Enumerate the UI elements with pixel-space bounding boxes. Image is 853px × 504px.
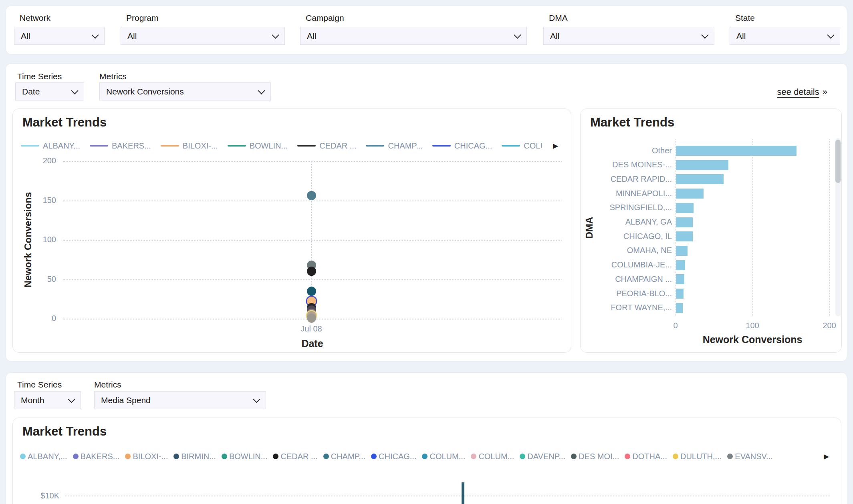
dashboard-page: NetworkAllProgramAllCampaignAllDMAAllSta…	[0, 0, 853, 504]
legend-item-label: BAKERS...	[81, 452, 120, 461]
legend-item-label: BIRMIN...	[181, 452, 216, 461]
market-trends-dma-card: Market Trends 0100200OtherDES MOINES-...…	[580, 108, 842, 353]
legend-item-label: CHAMP...	[331, 452, 365, 461]
filter-value: All	[307, 31, 316, 41]
see-details-link[interactable]: see details»	[777, 87, 827, 97]
legend-dot-swatch	[273, 454, 278, 459]
filter-dropdown-campaign[interactable]: All	[300, 27, 527, 45]
legend-item[interactable]: DOTHA...	[625, 452, 667, 461]
legend-item[interactable]: CEDAR ...	[273, 452, 317, 461]
double-chevron-right-icon: »	[823, 87, 827, 97]
metrics-dropdown[interactable]: Media Spend	[94, 391, 266, 409]
bar[interactable]	[676, 217, 693, 227]
bar[interactable]	[676, 146, 797, 156]
legend-item-label: CEDAR ...	[319, 141, 356, 151]
legend-item[interactable]: DULUTH,...	[673, 452, 722, 461]
filter-value: All	[550, 31, 559, 41]
bar[interactable]	[676, 274, 684, 284]
legend-dot-swatch	[471, 454, 476, 459]
time-series-label: Time Series	[17, 380, 62, 390]
category-label: DES MOINES-...	[581, 160, 672, 169]
metrics-label: Metrics	[99, 72, 127, 81]
chevron-down-icon	[827, 31, 834, 38]
bar[interactable]	[676, 231, 693, 241]
bar[interactable]	[462, 482, 464, 504]
scatter-point[interactable]	[307, 287, 316, 296]
category-label: PEORIA-BLO...	[581, 289, 672, 298]
time-series-dropdown[interactable]: Month	[14, 391, 81, 409]
filter-dropdown-network[interactable]: All	[14, 27, 105, 45]
legend-item[interactable]: COLUM...	[471, 452, 514, 461]
legend-item[interactable]: BOWLIN...	[222, 452, 268, 461]
legend-line-swatch	[161, 145, 179, 147]
bar[interactable]	[676, 246, 688, 256]
legend-item[interactable]: BIRMIN...	[173, 452, 216, 461]
bar[interactable]	[676, 203, 694, 213]
filter-dropdown-program[interactable]: All	[121, 27, 285, 45]
x-axis-title: Nework Conversions	[703, 334, 803, 345]
legend-item-label: BOWLIN...	[229, 452, 268, 461]
legend-item[interactable]: COLUM...	[422, 452, 465, 461]
bar[interactable]	[676, 174, 724, 184]
time-series-value: Date	[22, 87, 40, 96]
chevron-down-icon	[91, 31, 99, 38]
scatter-point[interactable]	[307, 313, 316, 323]
legend-item-label: BAKERS...	[112, 141, 151, 151]
bar[interactable]	[676, 160, 728, 170]
gridline	[63, 279, 562, 280]
bar[interactable]	[676, 303, 683, 313]
legend-item[interactable]: COLUM...	[502, 141, 542, 151]
category-label: Other	[581, 146, 672, 155]
legend-item[interactable]: CHICAG...	[432, 141, 492, 151]
bar[interactable]	[676, 289, 684, 299]
legend-line-swatch	[366, 145, 384, 147]
legend-dot-swatch	[727, 454, 733, 459]
spend-legend: ALBANY,...BAKERS...BILOXI-...BIRMIN...BO…	[20, 449, 811, 464]
bar[interactable]	[676, 260, 685, 270]
legend-item[interactable]: CHAMP...	[366, 141, 422, 151]
legend-item[interactable]: ALBANY...	[21, 141, 80, 151]
metrics-value: Nework Conversions	[106, 87, 184, 96]
chart-title: Market Trends	[590, 115, 674, 130]
legend-item[interactable]: BILOXI-...	[161, 141, 218, 151]
legend-dot-swatch	[222, 454, 227, 459]
legend-item[interactable]: CHAMP...	[323, 452, 365, 461]
legend-item-label: BILOXI-...	[183, 141, 218, 151]
legend-item-label: CEDAR ...	[280, 452, 317, 461]
legend-item[interactable]: ALBANY,...	[20, 452, 67, 461]
market-trends-spend-card: Market Trends ALBANY,...BAKERS...BILOXI-…	[12, 418, 841, 504]
legend-overflow-arrow-icon[interactable]: ▶	[553, 142, 558, 150]
chevron-down-icon	[71, 87, 78, 94]
legend-line-swatch	[90, 145, 108, 147]
filter-dropdown-state[interactable]: All	[730, 27, 840, 45]
metrics-value: Media Spend	[101, 396, 151, 405]
legend-item[interactable]: CEDAR ...	[297, 141, 356, 151]
legend-overflow-arrow-icon[interactable]: ▶	[824, 452, 829, 461]
filter-value: All	[736, 31, 746, 41]
legend-item[interactable]: DAVENP...	[520, 452, 565, 461]
legend-dot-swatch	[371, 454, 377, 459]
legend-item[interactable]: DES MOI...	[571, 452, 619, 461]
legend-item[interactable]: EVANSV...	[727, 452, 773, 461]
legend-item[interactable]: CHICAG...	[371, 452, 416, 461]
scatter-point[interactable]	[307, 267, 316, 276]
scrollbar-thumb[interactable]	[835, 140, 841, 183]
time-series-dropdown[interactable]: Date	[15, 82, 84, 100]
legend-item[interactable]: BAKERS...	[73, 452, 120, 461]
legend-dot-swatch	[571, 454, 577, 459]
chevron-down-icon	[272, 31, 279, 38]
bar[interactable]	[676, 189, 704, 199]
time-series-value: Month	[21, 396, 44, 405]
filter-dropdown-dma[interactable]: All	[543, 27, 714, 45]
time-series-label: Time Series	[17, 72, 62, 81]
legend-item[interactable]: BAKERS...	[90, 141, 151, 151]
filter-label: Network	[20, 13, 50, 23]
scatter-point[interactable]	[307, 191, 316, 200]
gridline	[65, 496, 830, 496]
legend-item[interactable]: BILOXI-...	[125, 452, 168, 461]
chart-title: Market Trends	[22, 424, 107, 439]
metrics-dropdown[interactable]: Nework Conversions	[99, 82, 271, 100]
category-label: CHAMPAIGN ...	[581, 275, 672, 284]
y-tick-label: $10K	[27, 491, 59, 500]
legend-item[interactable]: BOWLIN...	[228, 141, 288, 151]
